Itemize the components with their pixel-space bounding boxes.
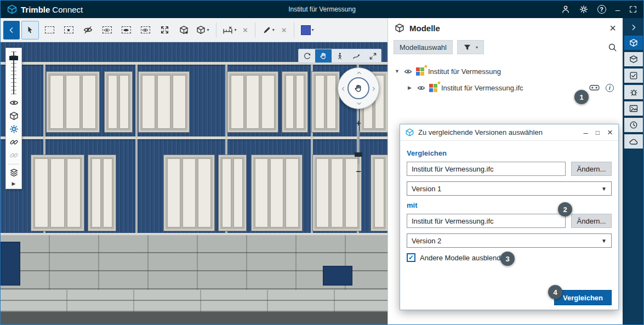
clash-bug-icon: [630, 88, 638, 96]
tree-expand-toggle[interactable]: ▶: [408, 85, 413, 90]
user-account-button[interactable]: [561, 5, 570, 14]
chevron-down-icon: ▾: [312, 27, 314, 32]
dialog-maximize-button[interactable]: □: [596, 129, 600, 136]
walk-mode-button[interactable]: [332, 49, 348, 62]
change-file-1-button[interactable]: Ändern...: [571, 162, 612, 176]
cursor-icon: [26, 26, 35, 35]
isolate-area-tool-button[interactable]: [117, 21, 135, 39]
rail-tab-clashes[interactable]: [624, 85, 643, 99]
marquee-select-tool-button[interactable]: [41, 21, 58, 39]
grouping-dropdown-button[interactable]: ▾: [457, 40, 484, 54]
close-panel-button[interactable]: ×: [609, 22, 616, 33]
collapse-rail-button[interactable]: [630, 21, 637, 33]
navigation-wheel[interactable]: [338, 67, 379, 109]
expand-tool-strip-button[interactable]: ▶: [12, 181, 16, 186]
checkbox-label: Andere Modelle ausblenden: [420, 254, 509, 262]
rail-tab-todos[interactable]: [624, 69, 643, 83]
visibility-tool-button[interactable]: [9, 98, 19, 107]
hide-area-tool-button[interactable]: [98, 21, 116, 39]
hide-object-tool-button[interactable]: [79, 21, 96, 39]
collapse-toolbar-button[interactable]: [3, 21, 20, 39]
binoculars-icon: [589, 84, 600, 92]
compare-file-2-input[interactable]: [407, 214, 566, 228]
models-panel-header: Modelle ×: [388, 18, 623, 38]
pan-center-button[interactable]: [347, 77, 369, 99]
settings-button[interactable]: [579, 5, 588, 14]
pan-left-button[interactable]: [340, 85, 346, 92]
help-button[interactable]: ?: [597, 5, 606, 14]
title-bar: Trimble Connect Institut für Vermessung …: [1, 1, 643, 18]
pan-right-button[interactable]: [371, 85, 377, 92]
model-info-button[interactable]: i: [606, 84, 614, 92]
area-select-tool-button[interactable]: [60, 21, 77, 39]
orbit-mode-button[interactable]: [299, 49, 315, 62]
window-title: Institut für Vermessung: [288, 1, 356, 18]
eye-icon[interactable]: [417, 84, 425, 92]
cloud-icon: [629, 138, 639, 145]
link-tool-button[interactable]: [9, 138, 19, 147]
version-1-select[interactable]: Version 1 ▼: [407, 181, 612, 196]
clear-measure-button[interactable]: ×: [240, 25, 250, 35]
chevron-right-icon: [630, 24, 637, 31]
pan-down-button[interactable]: [356, 100, 362, 107]
tree-row-project[interactable]: ▼ ★ Institut für Vermessung: [388, 63, 623, 79]
version-2-select[interactable]: Version 2 ▼: [407, 233, 612, 248]
marquee-icon: [45, 26, 54, 33]
ground: [1, 312, 387, 325]
path-mode-button[interactable]: [348, 49, 364, 62]
hide-other-models-checkbox[interactable]: ✓: [407, 253, 415, 262]
chevron-down-icon: ▾: [207, 27, 209, 32]
clock-icon: [629, 121, 638, 129]
compare-file-1-input[interactable]: [407, 162, 566, 176]
rail-tab-media[interactable]: [624, 101, 643, 116]
rail-tab-sync[interactable]: [624, 134, 643, 149]
view-cube-dropdown-button[interactable]: ▾: [194, 21, 212, 39]
trajectory-icon: [352, 52, 361, 60]
layers-tool-button[interactable]: [9, 168, 19, 178]
building-window: [219, 155, 246, 231]
model-group-icon: ★: [416, 67, 424, 76]
select-tool-button[interactable]: [21, 21, 39, 39]
view-depth-slider[interactable]: [9, 52, 18, 94]
new-version-star-icon: ★: [437, 80, 441, 85]
section-tool-button[interactable]: [175, 21, 192, 39]
compare-versions-button[interactable]: [589, 84, 600, 92]
3d-viewport[interactable]: + −: [1, 42, 387, 325]
models-panel-toolbar: Modellauswahl ▾: [388, 38, 623, 56]
fit-view-button[interactable]: [156, 21, 173, 39]
pan-up-button[interactable]: [356, 70, 362, 76]
zoom-slider[interactable]: [357, 130, 360, 164]
zoom-out-button[interactable]: −: [356, 167, 361, 176]
markup-tool-button[interactable]: ▾: [260, 21, 277, 39]
model-select-button[interactable]: Modellauswahl: [394, 40, 453, 54]
compare-button[interactable]: Vergleichen: [554, 290, 612, 305]
model-tool-button[interactable]: [9, 111, 19, 121]
panel-title: Modelle: [409, 24, 440, 33]
building-window: [282, 72, 307, 132]
settings-tool-button[interactable]: [9, 124, 19, 134]
facade-post: [135, 64, 138, 233]
rail-tab-activity[interactable]: [624, 118, 643, 132]
search-models-button[interactable]: [608, 43, 617, 52]
eye-icon[interactable]: [404, 67, 412, 76]
clear-markup-button[interactable]: ×: [279, 25, 289, 35]
zoom-in-button[interactable]: +: [356, 119, 361, 128]
change-file-2-button[interactable]: Ändern...: [571, 214, 612, 228]
tree-expand-toggle[interactable]: ▼: [395, 69, 400, 74]
show-area-tool-button[interactable]: [136, 21, 154, 39]
color-swatch-button[interactable]: ▾: [299, 21, 316, 39]
building-window: [47, 72, 99, 132]
minimize-window-button[interactable]: –: [615, 5, 620, 14]
side-tool-strip: ▶: [5, 48, 22, 189]
rail-tab-views[interactable]: [624, 52, 643, 66]
zoom-slider-handle[interactable]: [355, 152, 362, 157]
dialog-close-button[interactable]: ×: [607, 128, 613, 137]
view-depth-slider-handle[interactable]: [9, 56, 18, 60]
maximize-window-button[interactable]: [629, 5, 637, 13]
gear-icon: [579, 5, 588, 14]
dialog-minimize-button[interactable]: –: [583, 128, 588, 136]
pan-mode-button[interactable]: [315, 49, 332, 62]
fullscreen-view-button[interactable]: [364, 49, 381, 62]
rail-tab-models[interactable]: [624, 36, 643, 50]
measure-tool-button[interactable]: ▾: [221, 21, 238, 39]
